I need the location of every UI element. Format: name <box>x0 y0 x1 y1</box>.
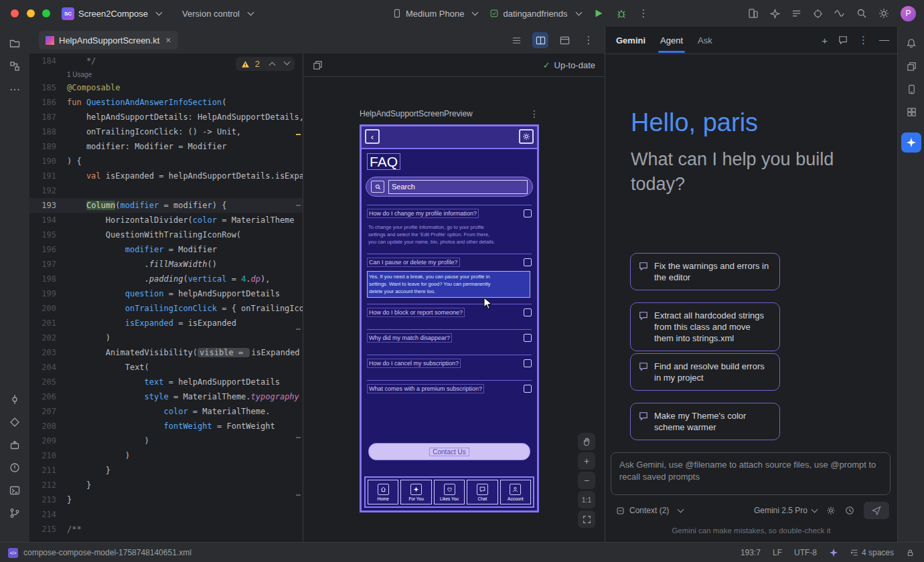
gemini-settings-icon[interactable] <box>826 506 836 515</box>
code-line[interactable]: 199 question = helpAndSupportDetails <box>29 286 303 301</box>
context-selector[interactable]: Context (2) <box>629 506 669 515</box>
search-icon[interactable] <box>856 8 867 19</box>
settings-gear-icon[interactable] <box>878 8 889 19</box>
code-line[interactable]: 188 onTrailingIconClick: () -> Unit, <box>29 124 303 139</box>
suggestion-card[interactable]: Extract all hardcoded strings from this … <box>630 302 780 351</box>
code-line[interactable]: 215/** <box>29 522 303 537</box>
faq-expand-icon[interactable] <box>524 359 532 367</box>
code-line[interactable]: 207 color = MaterialTheme. <box>29 404 303 419</box>
new-chat-icon[interactable]: + <box>822 35 828 46</box>
statusbar-filename[interactable]: compose-compose-model-1758748140651.xml <box>23 548 191 557</box>
zoom-actual-size-button[interactable]: 1:1 <box>578 491 595 508</box>
app-inspection-icon[interactable] <box>813 9 823 19</box>
nav-item-for-you[interactable]: For You <box>400 480 431 504</box>
build-tool-icon[interactable] <box>0 434 29 456</box>
faq-expand-icon[interactable] <box>524 209 532 217</box>
gemini-tool-button[interactable] <box>901 132 921 153</box>
zoom-to-fit-icon[interactable] <box>578 510 595 528</box>
code-line[interactable]: 213} <box>29 492 303 507</box>
tab-agent[interactable]: Agent <box>660 35 683 45</box>
error-stripe-mark[interactable] <box>296 437 301 438</box>
code-line[interactable]: 194 HorizontalDivider(color = MaterialTh… <box>29 213 303 227</box>
notifications-bell-icon[interactable] <box>898 32 924 55</box>
gemini-status-spark-icon[interactable] <box>829 548 838 557</box>
suggestion-card[interactable]: Find and resolve build errors in my proj… <box>630 353 780 391</box>
back-button[interactable]: ‹ <box>365 129 380 144</box>
code-line[interactable]: 186fun QuestionAndAnswerInfoSection( <box>29 95 303 110</box>
code-line[interactable]: 193 Column(modifier = modifier) { <box>29 198 303 213</box>
preview-options-icon[interactable]: ⋮ <box>530 108 539 119</box>
code-line[interactable]: 211 } <box>29 463 303 478</box>
code-line[interactable]: 190) { <box>29 154 303 169</box>
editor-tab-active[interactable]: HelpAndSupportScreen.kt × <box>39 31 178 50</box>
pan-hand-icon[interactable] <box>578 433 595 450</box>
code-view-icon[interactable] <box>508 32 524 48</box>
settings-gear-button[interactable] <box>519 129 534 144</box>
code-line[interactable]: 198 .padding(vertical = 4.dp), <box>29 272 303 286</box>
code-line[interactable]: 197 .fillMaxWidth() <box>29 257 303 272</box>
zoom-in-button[interactable]: + <box>578 452 595 470</box>
contact-us-button[interactable]: Contact Us <box>368 443 530 460</box>
send-button[interactable] <box>864 502 889 519</box>
maximize-window-button[interactable] <box>42 9 50 17</box>
faq-item[interactable]: How do I block or report someone? <box>367 304 532 329</box>
run-config-selector[interactable]: datingandfriends <box>489 0 581 27</box>
close-window-button[interactable] <box>11 9 19 17</box>
code-line[interactable]: 187 helpAndSupportDetails: HelpAndSuppor… <box>29 110 303 124</box>
error-stripe-warning-mark[interactable] <box>296 134 301 135</box>
error-stripe-mark[interactable] <box>296 329 301 330</box>
zoom-out-button[interactable]: − <box>578 472 595 489</box>
run-button[interactable] <box>593 8 604 19</box>
code-line[interactable]: 204 Text( <box>29 360 303 375</box>
nav-item-chat[interactable]: Chat <box>467 480 497 504</box>
preview-layout-icon[interactable] <box>313 60 323 70</box>
code-line[interactable]: 192 <box>29 183 303 198</box>
suggestion-card[interactable]: Make my Theme's color scheme warmer <box>630 403 780 440</box>
model-selector[interactable]: Gemini 2.5 Pro <box>754 506 817 515</box>
close-tab-icon[interactable]: × <box>165 35 171 45</box>
resource-manager-tool-icon[interactable] <box>898 100 924 123</box>
faq-item[interactable]: Can I pause or delete my profile?Yes. If… <box>367 254 532 304</box>
chat-history-icon[interactable] <box>838 35 848 45</box>
readonly-lock-icon[interactable] <box>906 549 915 557</box>
device-manager-tool-icon[interactable] <box>898 78 924 100</box>
code-line[interactable]: 200 onTrailingIconClick = { onTrailingIc… <box>29 301 303 316</box>
commit-tool-icon[interactable] <box>0 388 29 411</box>
window-controls[interactable] <box>11 9 56 19</box>
file-encoding[interactable]: UTF-8 <box>794 548 817 557</box>
terminal-tool-icon[interactable] <box>0 479 29 502</box>
code-line[interactable]: 189 modifier: Modifier = Modifier <box>29 139 303 154</box>
phone-search-bar[interactable]: Search <box>366 177 533 197</box>
code-line[interactable]: 208 fontWeight = FontWeight <box>29 419 303 434</box>
line-separator[interactable]: LF <box>773 548 782 557</box>
code-line[interactable]: 196 modifier = Modifier <box>29 242 303 257</box>
phone-preview[interactable]: ‹ FAQ Search How do I change my profile … <box>360 124 539 512</box>
code-line[interactable]: 214 <box>29 507 303 522</box>
user-avatar[interactable]: P <box>901 6 916 21</box>
gemini-prompt-input[interactable]: Ask Gemini, use @filename to attach sour… <box>611 452 891 495</box>
caret-position[interactable]: 193:7 <box>741 548 761 557</box>
debug-button[interactable] <box>616 8 627 19</box>
services-tool-icon[interactable] <box>0 411 29 434</box>
more-tool-windows-icon[interactable]: ⋯ <box>0 78 29 100</box>
faq-item[interactable]: What comes with a premium subscription? <box>367 380 532 405</box>
code-line[interactable]: 203 AnimatedVisibility(visible = isExpan… <box>29 345 303 360</box>
tab-ask[interactable]: Ask <box>698 35 712 45</box>
studio-bot-icon[interactable] <box>770 9 780 19</box>
device-mirror-icon[interactable] <box>748 8 759 19</box>
faq-expand-icon[interactable] <box>524 334 532 342</box>
faq-item[interactable]: How do I cancel my subscription? <box>367 355 532 380</box>
profiler-icon[interactable] <box>834 8 845 19</box>
code-line[interactable]: 185@Composable <box>29 80 303 95</box>
preview-canvas[interactable]: HelpAndSupportScreenPreview ⋮ ‹ FAQ Sear… <box>303 77 605 542</box>
previous-problem-icon[interactable] <box>269 62 276 69</box>
code-line[interactable]: 191 val isExpanded = helpAndSupportDetai… <box>29 169 303 183</box>
code-line[interactable]: 209 ) <box>29 434 303 448</box>
version-control-tool-icon[interactable] <box>0 502 29 525</box>
code-line[interactable]: 195 QuestionWithTrailingIconRow( <box>29 227 303 242</box>
faq-expand-icon[interactable] <box>524 258 532 266</box>
device-selector[interactable]: Medium Phone <box>392 0 477 27</box>
faq-expand-icon[interactable] <box>524 385 532 393</box>
panel-options-icon[interactable]: ⋮ <box>858 34 868 46</box>
code-line[interactable]: 205 text = helpAndSupportDetails <box>29 375 303 389</box>
